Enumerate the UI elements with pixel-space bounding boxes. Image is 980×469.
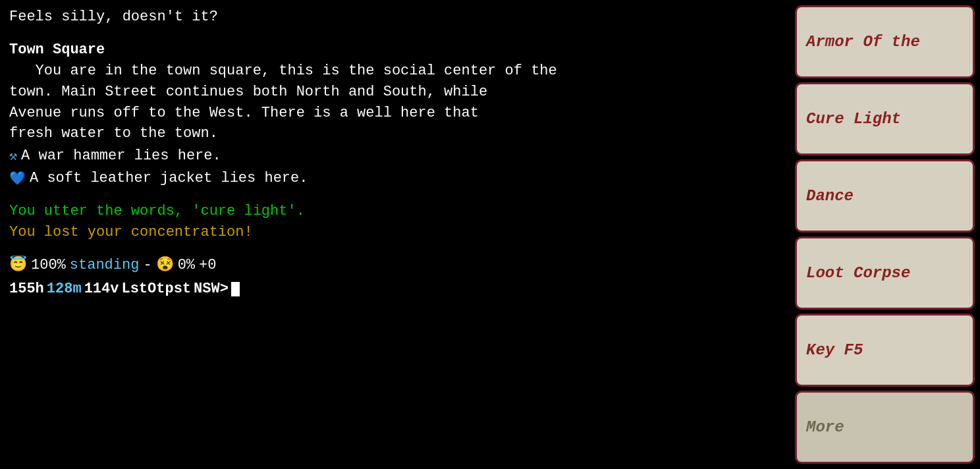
action-cure-light: You utter the words, 'cure light'. (9, 201, 783, 222)
sidebar-btn-cure-light[interactable]: Cure Light (795, 82, 975, 155)
hammer-icon: ⚒ (9, 147, 17, 166)
cursor (231, 282, 240, 296)
action-concentration: You lost your concentration! (9, 222, 783, 243)
prompt-dirs: NSW> (194, 279, 229, 300)
sidebar-btn-more[interactable]: More (795, 391, 975, 464)
enemy-emoji: 😵 (156, 255, 174, 276)
item-jacket-text: A soft leather jacket lies here. (30, 168, 308, 189)
item-line-hammer: ⚒ A war hammer lies here. (9, 146, 783, 167)
prompt-hp: 155h (9, 279, 44, 300)
enemy-pct: 0% (178, 255, 195, 276)
sidebar: Armor Of theCure LightDanceLoot CorpseKe… (792, 0, 980, 469)
sidebar-btn-loot-corpse[interactable]: Loot Corpse (795, 236, 975, 310)
item-line-jacket: 💙 A soft leather jacket lies here. (9, 168, 783, 189)
sidebar-btn-dance[interactable]: Dance (795, 159, 975, 233)
hp-pct: 100% (31, 255, 66, 276)
sidebar-btn-key-f5[interactable]: Key F5 (795, 314, 975, 387)
main-terminal: Feels silly, doesn't it? Town Square You… (0, 0, 792, 469)
heart-icon: 💙 (9, 169, 26, 188)
enemy-plus: +0 (199, 255, 216, 276)
status-bar: 😇 100% standing - 😵 0% +0 (9, 255, 783, 276)
sidebar-btn-armor-of-the[interactable]: Armor Of the (795, 5, 975, 78)
location-name: Town Square (9, 40, 783, 61)
player-emoji: 😇 (9, 255, 27, 276)
hp-state: standing (70, 255, 140, 276)
prompt-mp: 128m (47, 279, 82, 300)
intro-line: Feels silly, doesn't it? (9, 7, 783, 28)
item-hammer-text: A war hammer lies here. (21, 146, 221, 167)
prompt-flags: LstOtpst (121, 279, 191, 300)
prompt-line: 155h 128m 114v LstOtpst NSW> (9, 279, 783, 300)
location-desc: You are in the town square, this is the … (9, 61, 783, 145)
prompt-vp: 114v (84, 279, 119, 300)
status-dash: - (143, 255, 151, 276)
